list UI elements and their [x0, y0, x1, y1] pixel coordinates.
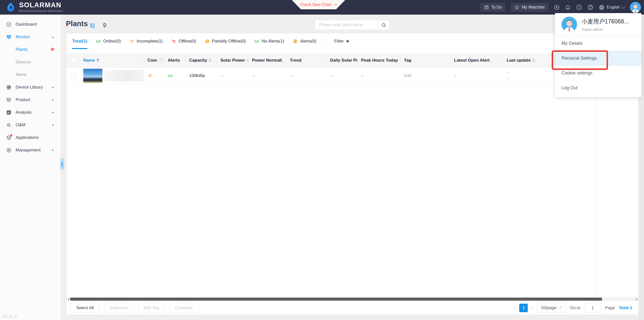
col-name[interactable]: Name — [80, 53, 144, 67]
alert-dot-orange-icon — [293, 39, 298, 44]
authorize-button[interactable]: Authorize — [104, 303, 133, 312]
tab-partially-offline[interactable]: Partially Offline(0) — [205, 33, 246, 49]
table-row[interactable]: 100kWp -- -- -- -- -- Edit -- -- -- — [67, 68, 638, 84]
watchlist-button[interactable]: My Watchlist — [511, 3, 548, 12]
sort-icon[interactable] — [97, 59, 99, 62]
sort-icon[interactable] — [209, 59, 211, 62]
caret-down-icon: ▼ — [52, 99, 54, 101]
search-icon — [381, 22, 386, 28]
next-page-arrow[interactable]: › — [532, 305, 533, 311]
menu-item-personal-settings[interactable]: Personal Settings — [555, 51, 641, 66]
search-button[interactable] — [378, 20, 389, 30]
sidebar: Dashboard Monitor ▲ Plants Devices — [0, 15, 61, 320]
cell-last-update-1: -- — [507, 70, 509, 76]
help-icon[interactable]: ? — [576, 4, 582, 10]
notice-close-icon[interactable]: × — [335, 2, 337, 7]
sidebar-item-management[interactable]: Management ▼ — [0, 144, 61, 156]
notice-label[interactable]: Check New Chart — [300, 3, 331, 7]
menu-item-cookie-settings[interactable]: Cookie settings — [555, 66, 641, 81]
edit-tag-link[interactable]: Edit — [404, 73, 411, 78]
watchlist-label: My Watchlist — [522, 5, 544, 10]
topbar-actions: To Do My Watchlist — [480, 0, 641, 15]
horizontal-scrollbar[interactable]: ◄ ► — [67, 297, 638, 301]
goto-label: Go to — [570, 305, 580, 310]
page-size-value: 50/page — [541, 305, 556, 310]
scroll-right-arrow[interactable]: ► — [635, 297, 638, 301]
sidebar-item-label: Applications — [16, 135, 39, 140]
sidebar-item-device-library[interactable]: Device Library ▼ — [0, 81, 61, 94]
cell-latest-open-alert: -- — [451, 73, 503, 78]
tab-incomplete[interactable]: Incomplete(1) — [129, 33, 163, 49]
sidebar-item-product[interactable]: Product ▼ — [0, 94, 61, 106]
sidebar-item-om[interactable]: O&M ▼ — [0, 119, 61, 131]
page-number[interactable]: 1 — [519, 304, 528, 312]
menu-item-log-out[interactable]: Log Out — [555, 81, 641, 95]
earth-icon[interactable] — [587, 4, 593, 10]
sidebar-item-analysis[interactable]: Analysis ▼ — [0, 106, 61, 119]
tab-alerts[interactable]: Alerts(0) — [293, 33, 316, 49]
sort-icon[interactable] — [247, 59, 249, 62]
user-avatar[interactable] — [630, 2, 641, 13]
filter-button[interactable]: Filter — [334, 39, 349, 44]
tab-label: Online(0) — [103, 39, 121, 44]
sidebar-item-applications[interactable]: Applications — [0, 131, 61, 144]
caret-down-icon: ▼ — [52, 149, 54, 152]
tab-offline[interactable]: Offline(0) — [171, 33, 196, 49]
tab-total[interactable]: Total(1) — [72, 33, 87, 49]
divider — [326, 38, 327, 45]
server-icon — [6, 85, 12, 90]
sidebar-item-plants[interactable]: Plants — [0, 43, 61, 56]
brand-logo[interactable]: SOLARMAN Monitored Analyzed Networked — [6, 2, 63, 12]
page-size-select[interactable]: 50/page — [537, 303, 566, 312]
scroll-left-arrow[interactable]: ◄ — [67, 297, 70, 301]
warning-dot-yellow-icon — [205, 39, 210, 44]
user-menu-header: 小麦用户176068... Super admin — [555, 13, 641, 36]
notifications-bell-icon[interactable] — [565, 5, 571, 10]
version-label: v3.31.4 — [3, 314, 17, 319]
plant-name-redacted — [104, 70, 144, 82]
tab-no-alerts[interactable]: No Alerts(1) — [254, 33, 284, 49]
sidebar-item-label: Dashboard — [16, 22, 36, 27]
wifi-off-red-icon — [171, 39, 176, 44]
cell-power-normalized: -- — [249, 73, 286, 78]
cell-last-update-2: -- — [507, 76, 509, 82]
map-view-icon[interactable] — [102, 22, 108, 28]
solarman-droplet-icon — [6, 2, 16, 12]
pushpin-icon[interactable] — [50, 47, 55, 52]
select-all-button[interactable]: Select All — [71, 303, 99, 312]
sidebar-item-alerts[interactable]: Alerts — [0, 68, 61, 81]
sidebar-collapse-handle[interactable]: ❮ — [60, 158, 64, 170]
help-circle-icon[interactable]: ? — [159, 58, 164, 63]
goto-page-input[interactable] — [584, 303, 601, 312]
sidebar-item-dashboard[interactable]: Dashboard — [0, 18, 61, 31]
tab-online[interactable]: Online(0) — [96, 33, 121, 49]
sidebar-item-monitor[interactable]: Monitor ▲ — [0, 31, 61, 43]
col-capacity[interactable]: Capacity — [186, 53, 217, 67]
wifi-orange-icon — [129, 39, 134, 44]
menu-item-my-details[interactable]: My Details — [555, 36, 641, 51]
add-tag-button[interactable]: Add Tag — [138, 303, 165, 312]
alerts-antenna-green-icon — [168, 73, 173, 78]
row-checkbox[interactable] — [71, 73, 76, 78]
sidebar-item-label: Monitor — [16, 34, 30, 39]
app-window: SOLARMAN Monitored Analyzed Networked Ch… — [0, 0, 644, 320]
sidebar-item-label: O&M — [16, 123, 25, 128]
sort-icon[interactable] — [532, 59, 535, 62]
sidebar-item-label: Devices — [16, 60, 31, 65]
search-input[interactable] — [315, 20, 378, 30]
col-trend: Trend — [286, 53, 327, 67]
language-selector[interactable]: English — [599, 5, 625, 10]
prev-page-arrow[interactable]: ‹ — [514, 305, 515, 311]
todo-button[interactable]: To Do — [480, 3, 506, 12]
list-view-icon[interactable] — [90, 22, 96, 28]
plant-thumbnail[interactable] — [83, 69, 102, 83]
chevron-down-icon — [622, 5, 625, 8]
gauge-icon — [6, 22, 12, 27]
compare-button[interactable]: Compare — [170, 303, 198, 312]
caret-down-icon: ▼ — [52, 111, 54, 114]
col-solar-power[interactable]: Solar Power — [217, 53, 249, 67]
select-all-checkbox[interactable] — [71, 58, 76, 63]
scrollbar-thumb[interactable] — [70, 298, 602, 301]
add-icon[interactable] — [554, 4, 560, 10]
sidebar-item-devices[interactable]: Devices — [0, 56, 61, 68]
